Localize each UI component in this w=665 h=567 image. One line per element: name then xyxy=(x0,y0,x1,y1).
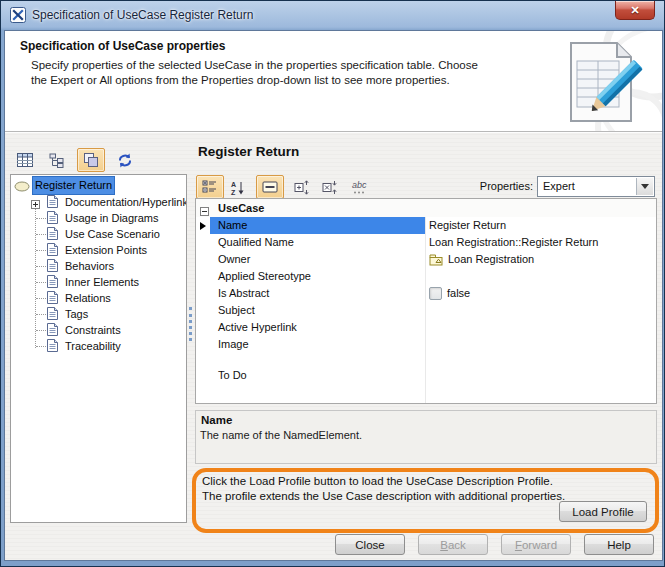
property-value[interactable] xyxy=(429,319,654,336)
back-button[interactable]: Back xyxy=(418,534,488,555)
tree-branch xyxy=(36,346,46,347)
element-title: Register Return xyxy=(198,144,299,159)
dialog-body: Specification of UseCase properties Spec… xyxy=(4,30,663,561)
group-label: UseCase xyxy=(218,199,264,217)
panel-splitter-handle[interactable] xyxy=(189,307,192,341)
svg-text:Z: Z xyxy=(231,188,236,195)
tree-item-tags[interactable]: Tags xyxy=(11,306,186,322)
callout-text-line2: The profile extends the Use Case descrip… xyxy=(202,490,565,502)
show-description-icon xyxy=(262,181,278,193)
property-label: Is Abstract xyxy=(210,285,425,302)
property-label: Applied Stereotype xyxy=(210,268,425,285)
property-row-blank xyxy=(196,353,656,367)
tree-item-label: Documentation/Hyperlinks xyxy=(65,194,187,210)
sort-alphabetically-button[interactable]: AZ xyxy=(224,175,252,199)
table-view-button[interactable] xyxy=(11,148,39,172)
tree-item-constraints[interactable]: Constraints xyxy=(11,322,186,338)
is-abstract-checkbox[interactable] xyxy=(429,287,442,300)
svg-text:abc: abc xyxy=(352,180,367,190)
tree-branch xyxy=(36,234,46,235)
tree-item-documentation[interactable]: Documentation/Hyperlinks xyxy=(11,194,186,210)
magicdraw-app-icon xyxy=(10,7,26,23)
load-profile-callout: Click the Load Profile button to load th… xyxy=(192,468,659,533)
tree-item-register-return[interactable]: Register Return xyxy=(11,177,186,194)
property-description-panel: Name The name of the NamedElement. xyxy=(195,410,657,464)
row-selector-arrow-icon xyxy=(200,222,206,230)
tree-view-button[interactable] xyxy=(43,148,71,172)
close-button[interactable]: ✕ xyxy=(615,1,655,20)
tree-item-label: Extension Points xyxy=(65,242,147,258)
forward-button[interactable]: Forward xyxy=(501,534,571,555)
property-value[interactable]: Loan Registration xyxy=(429,251,654,268)
tree-branch xyxy=(36,250,46,251)
properties-table: UseCase Name Register Return Qualified N… xyxy=(195,198,657,404)
collapse-nodes-button[interactable] xyxy=(316,175,344,199)
tree-item-label: Tags xyxy=(65,306,88,322)
property-value[interactable] xyxy=(429,367,654,384)
property-label: Image xyxy=(210,336,425,353)
callout-text-line1: Click the Load Profile button to load th… xyxy=(202,475,553,487)
refresh-button[interactable] xyxy=(111,148,139,172)
property-row-active-hyperlink[interactable]: Active Hyperlink xyxy=(196,319,656,336)
properties-mode-dropdown[interactable]: Expert xyxy=(537,176,655,197)
property-value[interactable]: false xyxy=(429,285,654,302)
edit-cell-abc-icon: abc xyxy=(351,180,369,195)
property-value[interactable] xyxy=(429,302,654,319)
property-row-subject[interactable]: Subject xyxy=(196,302,656,319)
help-label: Help xyxy=(607,539,631,551)
property-value[interactable]: Loan Registration::Register Return xyxy=(429,234,654,251)
tree-view-icon xyxy=(49,153,65,168)
categorized-view-icon xyxy=(202,180,218,194)
properties-mode-value: Expert xyxy=(543,180,575,192)
load-profile-button[interactable]: Load Profile xyxy=(559,501,647,522)
tree-item-label: Inner Elements xyxy=(65,274,139,290)
chevron-down-icon xyxy=(641,184,649,189)
tree-item-label: Usage in Diagrams xyxy=(65,210,159,226)
expand-nodes-icon xyxy=(294,180,310,195)
tree-branch xyxy=(36,330,46,331)
document-icon xyxy=(47,339,58,356)
dropdown-button[interactable] xyxy=(636,178,653,195)
tree-branch xyxy=(36,314,46,315)
tree-item-relations[interactable]: Relations xyxy=(11,290,186,306)
edit-cell-button[interactable]: abc xyxy=(346,175,374,199)
property-label: Name xyxy=(210,217,425,234)
property-row-applied-stereotype[interactable]: Applied Stereotype xyxy=(196,268,656,285)
tree-branch xyxy=(36,298,46,299)
property-row-to-do[interactable]: To Do xyxy=(196,367,656,384)
property-value[interactable] xyxy=(429,268,654,285)
is-abstract-value-text: false xyxy=(447,285,470,302)
close-icon: ✕ xyxy=(630,4,639,16)
tree-item-label: Relations xyxy=(65,290,111,306)
property-row-owner[interactable]: Owner Loan Registration xyxy=(196,251,656,268)
refresh-icon xyxy=(117,153,133,168)
property-row-qualified-name[interactable]: Qualified Name Loan Registration::Regist… xyxy=(196,234,656,251)
window-title: Specification of UseCase Register Return xyxy=(32,8,253,22)
tree-item-usage-in-diagrams[interactable]: Usage in Diagrams xyxy=(11,210,186,226)
property-row-image[interactable]: Image xyxy=(196,336,656,353)
tree-item-behaviors[interactable]: Behaviors xyxy=(11,258,186,274)
tree-item-traceability[interactable]: Traceability xyxy=(11,338,186,354)
tree-item-extension-points[interactable]: Extension Points xyxy=(11,242,186,258)
description-title: Name xyxy=(201,414,232,426)
property-value[interactable] xyxy=(429,336,654,353)
categorized-view-button[interactable] xyxy=(196,175,224,199)
property-row-is-abstract[interactable]: Is Abstract false xyxy=(196,285,656,302)
tree-item-inner-elements[interactable]: Inner Elements xyxy=(11,274,186,290)
expand-nodes-button[interactable] xyxy=(288,175,316,199)
specification-tree: Register Return Documentation/Hyperlinks… xyxy=(10,174,187,523)
cascade-view-button[interactable] xyxy=(77,148,105,172)
tree-item-use-case-scenario[interactable]: Use Case Scenario xyxy=(11,226,186,242)
header-banner: Specification of UseCase properties Spec… xyxy=(5,31,662,132)
help-button[interactable]: Help xyxy=(584,534,654,555)
titlebar[interactable]: Specification of UseCase Register Return… xyxy=(1,1,664,30)
close-dialog-button[interactable]: Close xyxy=(335,534,405,555)
property-value[interactable]: Register Return xyxy=(429,217,654,234)
show-description-button[interactable] xyxy=(256,175,284,199)
back-label: Back xyxy=(440,539,466,551)
property-group-row[interactable]: UseCase xyxy=(196,199,656,217)
tree-item-label: Traceability xyxy=(65,338,121,354)
property-row-name[interactable]: Name Register Return xyxy=(196,217,656,234)
specification-dialog: Specification of UseCase Register Return… xyxy=(0,0,665,567)
header-description: Specify properties of the selected UseCa… xyxy=(31,58,489,88)
